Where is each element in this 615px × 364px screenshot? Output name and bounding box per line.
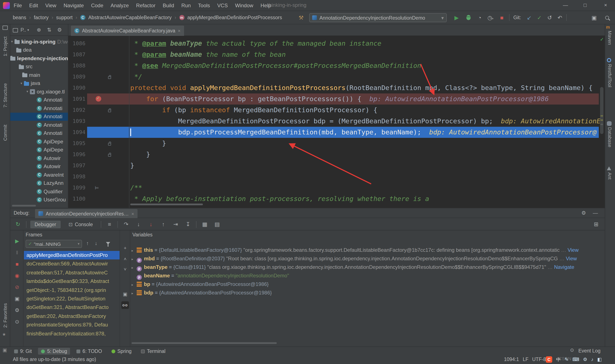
view-grid-icon[interactable]: ▦ <box>201 221 209 227</box>
menu-vcs[interactable]: VCS <box>217 2 228 8</box>
next-frame-icon[interactable]: ↓ <box>95 240 97 246</box>
event-log-button[interactable]: Event Log <box>578 347 601 355</box>
code-line-1094[interactable]: 1094 bdp.postProcessMergedBeanDefinition… <box>68 127 605 138</box>
tree-item[interactable]: CAnnotati <box>10 129 68 137</box>
caret-position[interactable]: 1094:1 <box>504 355 519 364</box>
fold-marker-icon[interactable] <box>108 154 111 156</box>
menu-edit[interactable]: Edit <box>29 2 38 8</box>
stop-icon[interactable]: ■ <box>14 261 21 267</box>
tree-item[interactable]: ▾org.xiaoge.tl <box>10 88 68 96</box>
pause-icon[interactable]: ‖ <box>14 250 21 256</box>
tree-item[interactable]: CUserGrou <box>10 196 68 204</box>
tree-item[interactable]: CLazyAnn <box>10 179 68 187</box>
toolwindow-button-restfultool[interactable]: RestfulTool <box>607 64 613 87</box>
value-navigate-link[interactable]: Navigate <box>554 264 575 270</box>
debug-session-tab[interactable]: AnnotationDependencyInjectionResolutio..… <box>35 209 137 218</box>
code-line-1098[interactable]: 1098 <box>68 171 605 182</box>
code-line-1090[interactable]: 1090protected void applyMergedBeanDefini… <box>68 82 605 93</box>
tree-item[interactable]: dea <box>10 46 68 54</box>
variable-row-beanName[interactable]: pbeanName = "annotationDependencyInjecti… <box>132 271 603 280</box>
value-view-link[interactable]: View <box>566 256 577 261</box>
editor-horizontal-scrollbar[interactable] <box>130 204 203 205</box>
menu-run[interactable]: Run <box>181 2 191 8</box>
locate-file-icon[interactable]: ⊕ <box>37 27 41 33</box>
pen-icon[interactable]: ✎ <box>565 357 568 362</box>
hide-panel-icon[interactable]: — <box>593 210 598 216</box>
frame-row[interactable]: doCreateBean:569, AbstractAutowir <box>24 260 120 268</box>
watches-glasses-icon[interactable]: oo <box>121 301 129 309</box>
menu-navigate[interactable]: Navigate <box>64 2 84 8</box>
filter-frames-icon[interactable] <box>106 242 110 245</box>
drop-frame-icon[interactable]: ↧ <box>184 221 192 227</box>
variable-row-bdp[interactable]: ▸bdp = {AutowiredAnnotationBeanPostProce… <box>132 288 603 297</box>
database-icon[interactable] <box>607 121 612 126</box>
fold-marker-icon[interactable] <box>108 76 111 79</box>
project-horizontal-scrollbar[interactable] <box>12 205 36 207</box>
code-line-1096[interactable]: 1096 } <box>68 149 605 160</box>
menu-analyze[interactable]: Analyze <box>111 2 129 8</box>
code-line-1091[interactable]: 1091✓ for (BeanPostProcessor bp : getBea… <box>68 93 605 104</box>
code-line-1097[interactable]: 1097} <box>68 160 605 171</box>
tree-item[interactable]: ▾java <box>10 79 68 87</box>
code-line-1095[interactable]: 1095 } <box>68 138 605 149</box>
tree-item[interactable]: CAnnotati <box>10 104 68 112</box>
breadcrumb-item[interactable]: AbstractAutowireCapableBeanFactory <box>88 15 172 20</box>
variable-row-bp[interactable]: ▸bp = {AutowiredAnnotationBeanPostProces… <box>132 280 603 288</box>
keyboard-icon[interactable]: ⌨ <box>572 357 579 362</box>
toolwindow-button--project[interactable]: 1: Project <box>2 37 8 56</box>
tree-item[interactable]: main <box>10 71 68 79</box>
code-line-1093[interactable]: 1093 MergedBeanDefinitionPostProcessor b… <box>68 116 605 127</box>
frame-row[interactable]: createBean:517, AbstractAutowireC <box>24 268 120 277</box>
frame-row[interactable]: preInstantiateSingletons:879, Defau <box>24 321 120 329</box>
restore-layout-icon[interactable]: ⊞ <box>592 221 601 227</box>
ant-icon[interactable] <box>607 166 611 170</box>
step-out-icon[interactable]: ↑ <box>159 221 168 227</box>
value-view-link[interactable]: View <box>568 247 579 253</box>
toolwindow-button-favorites[interactable]: 2: Favorites <box>2 303 8 328</box>
step-over-icon[interactable]: ↷ <box>122 221 131 227</box>
close-tab-icon[interactable]: × <box>178 28 181 33</box>
frame-row[interactable]: getObject:-1, 758348212 (org.sprin <box>24 286 120 294</box>
step-into-icon[interactable]: ↓ <box>134 221 143 227</box>
editor-tab[interactable]: C AbstractAutowireCapableBeanFactory.jav… <box>71 26 184 36</box>
commit-button[interactable]: ✓ <box>535 13 544 22</box>
frame-row[interactable]: getBean:202, AbstractBeanFactory <box>24 312 120 321</box>
code-line-1092[interactable]: 1092 if (bp instanceof MergedBeanDefinit… <box>68 104 605 116</box>
window-layout-button[interactable]: ▣ <box>589 13 599 22</box>
run-configuration-select[interactable]: AnnotationDependencyInjectionResolutionD… <box>309 13 447 22</box>
breadcrumb-item[interactable]: support <box>56 15 73 20</box>
star-icon[interactable]: ★ <box>2 332 6 337</box>
code-line-1089[interactable]: 1089 */ <box>68 71 605 82</box>
expand-arrow-icon[interactable]: ▾ <box>11 40 13 43</box>
run-to-cursor-icon[interactable]: ⇥ <box>172 221 180 227</box>
frame-row[interactable]: getSingleton:222, DefaultSingleton <box>24 294 120 303</box>
menu-code[interactable]: Code <box>91 2 103 8</box>
frame-row[interactable]: lambda$doGetBean$0:323, Abstract <box>24 277 120 286</box>
tree-item[interactable]: CAutowir <box>10 154 68 162</box>
code-line-1088[interactable]: 1088 * @see MergedBeanDefinitionPostProc… <box>68 60 605 71</box>
tab-console[interactable]: ⊡Console <box>64 220 97 229</box>
tree-item[interactable]: CApiDepe <box>10 137 68 145</box>
toolwindow-button-database[interactable]: Database <box>607 127 613 147</box>
settings-gear-icon[interactable]: ⚙ <box>581 210 586 216</box>
variable-row-beanType[interactable]: ▸pbeanType = {Class@1911} "class org.xia… <box>132 263 603 271</box>
chevron-down-icon[interactable]: ˅ <box>121 265 129 273</box>
coverage-button[interactable]: ◔ <box>475 13 484 22</box>
frame-row[interactable]: doGetBean:321, AbstractBeanFacto <box>24 303 120 312</box>
project-view-selector[interactable]: P.. <box>21 27 26 33</box>
toolwindow-button-commit[interactable]: Commit <box>2 125 8 141</box>
collapse-all-icon[interactable]: ⇅ <box>47 27 51 33</box>
build-hammer-icon[interactable]: ⚒ <box>296 13 306 22</box>
code-line-1100[interactable]: 1100 * Apply before-instantiation post-p… <box>68 193 605 204</box>
file-encoding[interactable]: UTF-8 <box>532 355 546 364</box>
bookmark-icon[interactable]: ⊨ <box>95 182 99 193</box>
frame-row[interactable]: finishBeanFactoryInitialization:878, <box>24 329 120 338</box>
statusbar-button-spring[interactable]: Spring <box>108 348 135 355</box>
csdn-logo-icon[interactable]: C <box>546 356 552 363</box>
rerun-icon[interactable]: ↻ <box>14 221 22 227</box>
chevron-down-icon[interactable]: ▾ <box>27 28 29 32</box>
variable-row-this[interactable]: ▸this = {DefaultListableBeanFactory@1607… <box>132 246 603 254</box>
rollback-button[interactable]: ↶ <box>555 13 565 22</box>
copy-icon[interactable]: ▣ <box>121 290 129 298</box>
frame-row[interactable]: applyMergedBeanDefinitionPostPro <box>24 251 120 260</box>
